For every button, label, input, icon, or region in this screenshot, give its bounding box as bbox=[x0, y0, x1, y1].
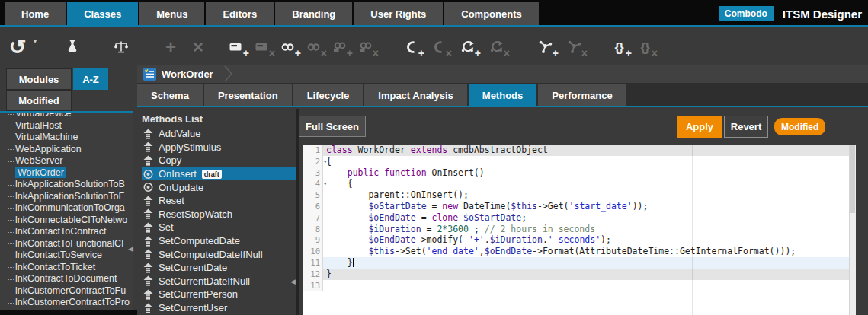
code-text: $oStartDate = new DateTime($this->Get('s… bbox=[323, 201, 856, 212]
top-nav-tab-branding[interactable]: Branding bbox=[275, 2, 352, 25]
code-editor[interactable]: 1class WorkOrder extends cmdbAbstractObj… bbox=[303, 145, 856, 315]
top-nav-tab-menus[interactable]: Menus bbox=[139, 2, 204, 25]
add-braces-button[interactable]: {}+ bbox=[606, 35, 632, 59]
stimulus-icon bbox=[143, 249, 153, 259]
cross-badge-icon: × bbox=[446, 48, 452, 59]
class-item-lnkapplicationsolutiontof[interactable]: lnkApplicationSolutionToF bbox=[0, 191, 133, 203]
stimulus-icon bbox=[143, 236, 153, 247]
stimulus-icon bbox=[143, 303, 153, 313]
cross-badge-icon: × bbox=[652, 48, 658, 59]
tab-schema[interactable]: Schema bbox=[137, 84, 203, 106]
app-title: ITSM Designer bbox=[783, 8, 862, 21]
combodo-brand-badge[interactable]: Combodo bbox=[719, 6, 774, 21]
dropdown-caret-icon[interactable]: ▾ bbox=[34, 38, 37, 45]
class-item-virtualmachine[interactable]: VirtualMachine bbox=[0, 132, 133, 144]
editor-scrollbar-thumb[interactable] bbox=[850, 145, 855, 213]
stimulus-icon bbox=[143, 196, 153, 206]
plus-badge-icon: + bbox=[626, 48, 632, 59]
plus-button: + bbox=[158, 35, 184, 59]
sidebar-scrollbar-track[interactable] bbox=[0, 310, 137, 315]
field-icon bbox=[229, 40, 244, 55]
class-item-lnkcustomercontracttopro[interactable]: lnkCustomerContractToPro bbox=[0, 297, 133, 309]
method-item-setcurrentdateifnull[interactable]: SetCurrentDateIfNull bbox=[142, 275, 296, 288]
method-item-copy[interactable]: Copy bbox=[142, 154, 296, 167]
method-item-reset[interactable]: Reset bbox=[142, 194, 296, 208]
class-item-lnkcontacttocontract[interactable]: lnkContactToContract bbox=[0, 226, 133, 238]
sidebar-tab-modules[interactable]: Modules bbox=[6, 68, 72, 90]
gutter-line-number: 6 bbox=[303, 201, 323, 212]
class-item-webapplication[interactable]: WebApplication bbox=[0, 144, 133, 156]
sidebar-tab-a-z[interactable]: A-Z bbox=[73, 68, 108, 90]
stimulus-icon bbox=[143, 142, 153, 152]
gutter-line-number: 10 bbox=[303, 246, 323, 257]
revert-button[interactable]: Revert bbox=[724, 116, 768, 138]
scales-button[interactable] bbox=[108, 35, 134, 59]
add-relation-button[interactable]: + bbox=[533, 35, 559, 59]
method-item-setcurrentuser[interactable]: SetCurrentUser bbox=[142, 301, 296, 315]
method-item-onupdate[interactable]: OnUpdate bbox=[142, 180, 296, 194]
top-nav-tab-home[interactable]: Home bbox=[5, 2, 66, 25]
class-item-virtualhost[interactable]: VirtualHost bbox=[0, 120, 133, 132]
breadcrumb: WorkOrder bbox=[137, 65, 868, 83]
method-item-oninsert[interactable]: OnInsertdraft bbox=[142, 167, 296, 181]
add-field-button[interactable]: + bbox=[223, 35, 249, 59]
remove-class-button: × bbox=[426, 35, 452, 59]
class-item-workorder[interactable]: WorkOrder bbox=[0, 167, 133, 180]
add-class-button[interactable]: + bbox=[399, 35, 424, 59]
code-text: { bbox=[323, 178, 856, 189]
undo-button[interactable]: ↺▾ bbox=[5, 35, 30, 59]
method-item-resetstopwatch[interactable]: ResetStopWatch bbox=[142, 208, 296, 221]
class-item-webserver[interactable]: WebServer bbox=[0, 155, 133, 167]
tab-impact-analysis[interactable]: Impact Analysis bbox=[364, 84, 467, 106]
toolbar: ↺▾+×+×+×+×+×+×+×{}+{}× bbox=[0, 30, 868, 65]
tab-presentation[interactable]: Presentation bbox=[204, 84, 292, 106]
class-item-lnkapplicationsolutiontob[interactable]: lnkApplicationSolutionToB bbox=[0, 179, 133, 191]
apply-button[interactable]: Apply bbox=[677, 116, 722, 138]
method-label: Copy bbox=[159, 154, 181, 166]
methods-list-panel: Methods List AddValueApplyStimulusCopyOn… bbox=[137, 109, 296, 315]
method-item-setcurrentperson[interactable]: SetCurrentPerson bbox=[142, 288, 296, 301]
tab-methods[interactable]: Methods bbox=[469, 84, 536, 106]
method-item-setcurrentdate[interactable]: SetCurrentDate bbox=[142, 261, 296, 275]
method-item-addvalue[interactable]: AddValue bbox=[142, 127, 296, 141]
method-label: SetCurrentDate bbox=[159, 262, 227, 273]
breadcrumb-item-workorder[interactable]: WorkOrder bbox=[143, 68, 213, 81]
class-item-lnkcustomercontracttofu[interactable]: lnkCustomerContractToFu bbox=[0, 285, 133, 298]
full-screen-button[interactable]: Full Screen bbox=[299, 116, 366, 137]
fold-arrow-icon[interactable]: ▾ bbox=[323, 157, 327, 168]
tab-performance[interactable]: Performance bbox=[538, 84, 626, 106]
methods-panel-collapse-arrow-icon[interactable]: ◀ bbox=[290, 278, 296, 285]
method-item-set[interactable]: Set bbox=[142, 221, 296, 234]
method-item-applystimulus[interactable]: ApplyStimulus bbox=[142, 141, 296, 154]
class-item-lnkcommunicationtoorga[interactable]: lnkCommunicationToOrga bbox=[0, 202, 133, 215]
class-item-lnkcontacttofunctionalci[interactable]: lnkContactToFunctionalCI bbox=[0, 238, 133, 250]
sidebar-tab-modified[interactable]: Modified bbox=[6, 90, 72, 111]
class-item-lnkcontacttoservice[interactable]: lnkContactToService bbox=[0, 250, 133, 262]
fold-arrow-icon[interactable]: ▾ bbox=[323, 179, 327, 190]
add-lifecycle-button[interactable]: + bbox=[455, 35, 481, 59]
class-list[interactable]: VirtualDeviceVirtualHostVirtualMachineWe… bbox=[0, 111, 133, 310]
code-text: $this->Set('end_date',$oEndDate->Format(… bbox=[323, 246, 856, 257]
top-nav-tab-user-rights[interactable]: User Rights bbox=[354, 2, 443, 25]
cross-badge-icon: × bbox=[269, 48, 275, 59]
class-item-virtualdevice[interactable]: VirtualDevice bbox=[0, 111, 133, 120]
top-nav-tab-editors[interactable]: Editors bbox=[206, 2, 274, 25]
method-label: Reset bbox=[159, 195, 184, 206]
editor-scrollbar[interactable] bbox=[849, 145, 856, 315]
class-item-lnkconnectablecitonetwo[interactable]: lnkConnectableCIToNetwo bbox=[0, 215, 133, 227]
code-text: $oEndDate->modify( '+'.$iDuration.' seco… bbox=[323, 234, 856, 246]
top-nav-tab-classes[interactable]: Classes bbox=[67, 2, 138, 25]
breadcrumb-label: WorkOrder bbox=[162, 68, 213, 80]
class-item-lnkcontacttoticket[interactable]: lnkContactToTicket bbox=[0, 262, 133, 274]
class-item-lnkcontracttodocument[interactable]: lnkContractToDocument bbox=[0, 273, 133, 285]
sidebar-collapse-arrow-icon[interactable]: ◀ bbox=[128, 245, 133, 253]
add-link-button[interactable]: + bbox=[275, 35, 301, 59]
method-item-setcomputeddateifnull[interactable]: SetComputedDateIfNull bbox=[142, 247, 296, 261]
method-label: ApplyStimulus bbox=[159, 142, 221, 153]
link-icon bbox=[280, 40, 296, 55]
method-item-setcomputeddate[interactable]: SetComputedDate bbox=[142, 234, 296, 248]
flask-button[interactable] bbox=[59, 35, 85, 59]
top-nav-tab-components[interactable]: Components bbox=[444, 2, 538, 25]
tab-lifecycle[interactable]: Lifecycle bbox=[293, 84, 364, 106]
text-cursor bbox=[353, 258, 354, 267]
